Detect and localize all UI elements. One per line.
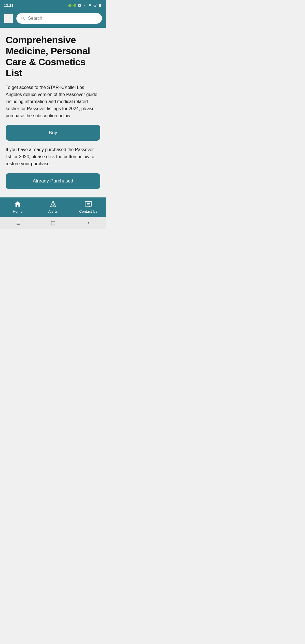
status-bar: 13:23 ··· [0, 0, 106, 10]
page-title: Comprehensive Medicine, Personal Care & … [6, 34, 100, 79]
info-icon [78, 4, 81, 7]
nav-item-home[interactable]: Home [6, 200, 29, 214]
svg-rect-5 [51, 221, 55, 225]
nav-item-contact-us[interactable]: Contact Us [77, 200, 100, 214]
description-text: To get access to the STAR-K/Kollel Los A… [6, 84, 100, 119]
back-button[interactable]: ← [4, 14, 13, 23]
status-icons: ··· [68, 3, 102, 8]
android-icon-2 [73, 3, 77, 8]
alerts-icon [49, 200, 57, 208]
search-placeholder: Search [28, 16, 42, 21]
status-time: 13:23 [4, 3, 13, 8]
header: ← Search [0, 10, 106, 28]
buy-button[interactable]: Buy [6, 125, 100, 141]
no-signal-icon [93, 4, 97, 7]
android-icon-1 [68, 3, 72, 8]
system-nav-home-icon[interactable] [50, 220, 56, 226]
wifi-icon [88, 4, 92, 7]
search-icon [21, 16, 26, 21]
svg-point-1 [53, 205, 53, 206]
bottom-nav: Home Alerts Contact Us [0, 197, 106, 217]
more-dots-icon: ··· [82, 3, 87, 8]
search-bar[interactable]: Search [16, 13, 102, 24]
already-purchased-button[interactable]: Already Purchased [6, 173, 100, 189]
nav-label-contact-us: Contact Us [79, 209, 97, 214]
main-content: Comprehensive Medicine, Personal Care & … [0, 28, 106, 197]
svg-rect-2 [85, 202, 91, 206]
system-nav-recent-icon[interactable] [15, 220, 21, 226]
system-nav [0, 217, 106, 229]
contact-us-icon [84, 200, 92, 208]
nav-label-alerts: Alerts [48, 209, 58, 214]
home-icon [14, 200, 22, 208]
system-nav-back-icon[interactable] [86, 220, 91, 226]
already-purchased-description: If you have already purchased the Passov… [6, 146, 100, 167]
battery-icon [98, 3, 102, 7]
nav-item-alerts[interactable]: Alerts [42, 200, 64, 214]
nav-label-home: Home [13, 209, 23, 214]
